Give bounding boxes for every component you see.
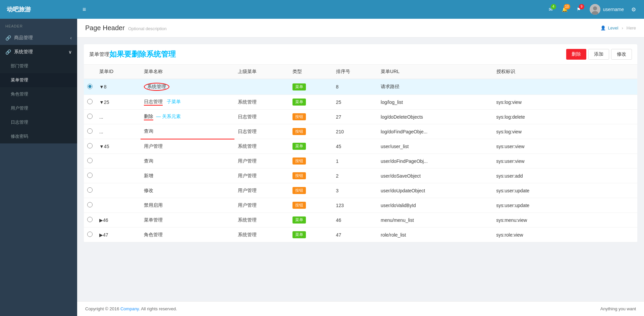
cell-type-0: 菜单 xyxy=(289,79,332,95)
sidebar-section-header: HEADER xyxy=(0,19,77,31)
table-row: 修改 用户管理 按钮 3 user/doUpdateObject sys:use… xyxy=(84,183,637,198)
panel-title: 菜单管理 xyxy=(89,51,109,58)
col-parent: 上级菜单 xyxy=(234,65,289,79)
cell-id-9: ▶46 xyxy=(96,213,141,228)
cell-auth-8: sys:user:update xyxy=(493,198,637,213)
svg-point-1 xyxy=(593,6,597,10)
cell-url-6: user/doSaveObject xyxy=(377,169,493,183)
mail-icon-btn[interactable]: ✉ 4 xyxy=(545,3,557,15)
row-radio-5[interactable] xyxy=(87,158,93,163)
col-order: 排序号 xyxy=(333,65,377,79)
col-select xyxy=(84,65,96,79)
breadcrumb-current: Here xyxy=(627,25,636,30)
cell-order-2: 27 xyxy=(333,110,377,124)
cell-url-10: role/role_list xyxy=(377,228,493,242)
col-type: 类型 xyxy=(289,65,332,79)
cell-name-0: 系统管理 xyxy=(141,79,234,95)
table-row: 禁用启用 用户管理 按钮 123 user/doValidById sys:us… xyxy=(84,198,637,213)
col-name: 菜单名称 xyxy=(141,65,234,79)
panel-actions: 删除 添加 修改 xyxy=(566,49,632,60)
cell-url-2: log/doDeleteObjects xyxy=(377,110,493,124)
cell-parent-3: 日志管理 xyxy=(234,124,289,139)
sidebar-password-label: 修改密码 xyxy=(11,133,28,139)
cell-name-8: 禁用启用 xyxy=(141,198,234,213)
row-radio-2[interactable] xyxy=(87,114,93,119)
table-row: ▼25 日志管理 子菜单 系统管理 菜单 25 log/log_list xyxy=(84,95,637,110)
sidebar-item-goods[interactable]: 🔗 商品管理 ‹ xyxy=(0,31,77,45)
cell-name-4: 用户管理 xyxy=(141,139,234,154)
table-row: 查询 用户管理 按钮 1 user/doFindPageObj... sys:u… xyxy=(84,154,637,169)
table-row: ▶46 菜单管理 系统管理 菜单 46 menu/menu_list sys:m… xyxy=(84,213,637,228)
cell-auth-10: sys:role:view xyxy=(493,228,637,242)
flag-icon-btn[interactable]: ⚑ 9 xyxy=(573,3,585,15)
sidebar-item-user[interactable]: 用户管理 xyxy=(0,101,77,115)
user-area[interactable]: username xyxy=(587,4,627,15)
delete-button[interactable]: 删除 xyxy=(566,49,586,60)
cell-url-5: user/doFindPageObj... xyxy=(377,154,493,169)
sidebar-item-system[interactable]: 🔗 系统管理 ∨ xyxy=(0,45,77,59)
cell-name-3: 查询 xyxy=(141,124,234,139)
col-auth: 授权标识 xyxy=(493,65,637,79)
mail-badge: 4 xyxy=(551,4,556,9)
cell-type-10: 菜单 xyxy=(289,228,332,242)
cell-auth-7: sys:user:update xyxy=(493,183,637,198)
table-row: ... 删除 — 关系元素 日志管理 按钮 27 log/doDeleteObj… xyxy=(84,110,637,124)
page-header-bar: Page Header Optional description 👤 Level… xyxy=(77,19,644,38)
sidebar-item-menu[interactable]: 菜单管理 xyxy=(0,73,77,87)
breadcrumb-icon: 👤 xyxy=(600,25,606,30)
cell-id-8 xyxy=(96,198,141,213)
cell-id-3: ... xyxy=(96,124,141,139)
sidebar-item-log[interactable]: 日志管理 xyxy=(0,115,77,129)
cell-type-2: 按钮 xyxy=(289,110,332,124)
cell-name-1: 日志管理 子菜单 xyxy=(141,95,234,110)
notification-icon-btn[interactable]: 🔔 10 xyxy=(559,3,571,15)
row-radio-4[interactable] xyxy=(87,143,93,148)
cell-order-0: 8 xyxy=(333,79,377,95)
chevron-down-icon: ∨ xyxy=(68,49,72,55)
cell-url-7: user/doUpdateObject xyxy=(377,183,493,198)
sidebar-item-role[interactable]: 角色管理 xyxy=(0,87,77,101)
sidebar-item-password[interactable]: 修改密码 xyxy=(0,129,77,143)
sidebar-user-label: 用户管理 xyxy=(11,105,28,111)
row-radio-10[interactable] xyxy=(87,232,93,237)
cell-auth-6: sys:user:add xyxy=(493,169,637,183)
row-radio-0[interactable] xyxy=(87,84,93,89)
cell-type-9: 菜单 xyxy=(289,213,332,228)
settings-icon-btn[interactable]: ⚙ xyxy=(629,6,639,13)
cell-name-2: 删除 — 关系元素 xyxy=(141,110,234,124)
table-row: ▶47 角色管理 系统管理 菜单 47 role/role_list sys:r… xyxy=(84,228,637,242)
breadcrumb: 👤 Level › Here xyxy=(600,25,636,30)
annotation-text: 如果要删除系统管理 xyxy=(109,49,176,59)
row-radio-8[interactable] xyxy=(87,202,93,207)
cell-name-6: 新增 xyxy=(141,169,234,183)
row-radio-6[interactable] xyxy=(87,173,93,178)
hamburger-button[interactable]: ≡ xyxy=(77,6,92,13)
sidebar-item-department[interactable]: 部门管理 xyxy=(0,59,77,73)
cell-url-3: log/doFindPageObje... xyxy=(377,124,493,139)
row-radio-3[interactable] xyxy=(87,128,93,134)
cell-url-8: user/doValidById xyxy=(377,198,493,213)
cell-order-1: 25 xyxy=(333,95,377,110)
cell-order-5: 1 xyxy=(333,154,377,169)
username-label: username xyxy=(603,7,624,12)
cell-name-7: 修改 xyxy=(141,183,234,198)
sidebar-goods-label: 商品管理 xyxy=(14,35,33,41)
page-footer: Copyright © 2016 Company. All rights res… xyxy=(77,301,644,316)
row-radio-7[interactable] xyxy=(87,187,93,193)
footer-company[interactable]: Company. xyxy=(120,306,140,311)
row-radio-9[interactable] xyxy=(87,217,93,222)
add-button[interactable]: 添加 xyxy=(588,49,609,60)
page-description: Optional description xyxy=(128,26,167,31)
row-radio-1[interactable] xyxy=(87,99,93,104)
edit-button[interactable]: 修改 xyxy=(611,49,632,60)
brand-logo: 动吧旅游 xyxy=(0,5,77,13)
cell-order-10: 47 xyxy=(333,228,377,242)
flag-badge: 9 xyxy=(579,4,584,9)
cell-parent-0 xyxy=(234,79,289,95)
breadcrumb-level[interactable]: Level xyxy=(608,25,618,30)
cell-type-6: 按钮 xyxy=(289,169,332,183)
col-id: 菜单ID xyxy=(96,65,141,79)
cell-parent-6: 用户管理 xyxy=(234,169,289,183)
cell-order-8: 123 xyxy=(333,198,377,213)
cell-auth-4: sys:user:view xyxy=(493,139,637,154)
